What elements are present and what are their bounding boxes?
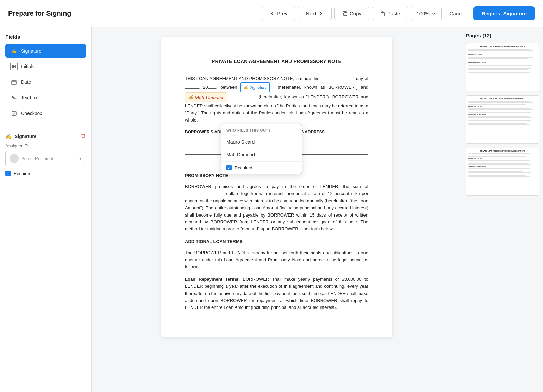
- svg-rect-2: [12, 80, 16, 85]
- signature-filled[interactable]: ✍ Matt Damond: [185, 92, 227, 102]
- cancel-button[interactable]: Cancel: [444, 7, 471, 20]
- main-layout: Fields ✍️ Signature IN Initials Date Aa …: [0, 27, 543, 392]
- document-title: PRIVATE LOAN AGREEMENT AND PROMISSORY NO…: [185, 58, 368, 65]
- sidebar-item-textbox[interactable]: Aa Textbox: [5, 91, 86, 105]
- active-field-icon: ✍️: [5, 133, 12, 139]
- svg-rect-1: [381, 12, 384, 16]
- date-blank: [185, 88, 199, 89]
- prev-icon: [269, 11, 275, 16]
- main-content: PRIVATE LOAN AGREEMENT AND PROMISSORY NO…: [92, 27, 462, 392]
- doc-paragraph-1: THIS LOAN AGREEMENT AND PROMISSORY NOTE,…: [185, 75, 368, 124]
- prev-button[interactable]: Prev: [262, 7, 295, 20]
- popup-footer: ✓ Required: [221, 161, 302, 174]
- pages-title: Pages (12): [466, 33, 539, 38]
- copy-button[interactable]: Copy: [334, 7, 369, 20]
- header: Prepare for Signing Prev Next Copy Paste…: [0, 0, 543, 27]
- textbox-icon: Aa: [10, 94, 18, 101]
- popup-item-matt[interactable]: Matt Damond: [221, 148, 302, 161]
- next-button[interactable]: Next: [298, 7, 332, 20]
- required-row: ✓ Required: [5, 171, 86, 176]
- additional-title: ADDITIONAL LOAN TERMS: [185, 238, 368, 245]
- avatar: [10, 154, 19, 163]
- chevron-down-icon: [432, 12, 436, 16]
- doc-paragraph-4: Loan Repayment Terms: BORROWER shall mak…: [185, 276, 368, 311]
- sidebar-item-date[interactable]: Date: [5, 75, 86, 89]
- page-thumb-2[interactable]: PRIVATE LOAN AGREEMENT AND PROMISSORY NO…: [466, 95, 539, 144]
- assigned-to-label: Assigned To:: [5, 143, 86, 148]
- signature-icon: ✍️: [10, 47, 18, 55]
- sidebar: Fields ✍️ Signature IN Initials Date Aa …: [0, 27, 92, 392]
- paste-icon: [380, 11, 385, 16]
- checkbox-icon: [10, 110, 18, 117]
- popup-item-mauro[interactable]: Mauro Sicard: [221, 135, 302, 148]
- fields-title: Fields: [5, 34, 86, 40]
- header-nav: Prev Next Copy Paste 100% Cancel Request…: [262, 6, 535, 20]
- active-field-header: ✍️ Signature: [5, 133, 86, 140]
- svg-rect-0: [344, 13, 347, 16]
- page-thumb-3[interactable]: PRIVATE LOAN AGREEMENT AND PROMISSORY NO…: [466, 148, 539, 196]
- recipient-placeholder: Select Recipient: [21, 156, 77, 161]
- copy-icon: [342, 11, 348, 16]
- zoom-selector[interactable]: 100%: [411, 7, 441, 20]
- sidebar-item-checkbox[interactable]: Checkbox: [5, 106, 86, 120]
- page-title: Prepare for Signing: [8, 10, 71, 17]
- doc-paragraph-3: The BORROWER and LENDER hereby further s…: [185, 249, 368, 270]
- chevron-down-icon: ▾: [79, 156, 81, 161]
- initials-icon: IN: [10, 63, 18, 70]
- popup-required-checkbox[interactable]: ✓: [226, 165, 232, 170]
- delete-field-button[interactable]: [80, 133, 86, 140]
- doc-paragraph-2: BORROWER promises and agrees to pay to t…: [185, 183, 368, 233]
- required-checkbox[interactable]: ✓: [5, 171, 11, 176]
- date-icon: [10, 78, 18, 86]
- pages-panel: Pages (12) PRIVATE LOAN AGREEMENT AND PR…: [462, 27, 543, 392]
- page-thumb-1[interactable]: PRIVATE LOAN AGREEMENT AND PROMISSORY NO…: [466, 43, 539, 91]
- sidebar-item-initials[interactable]: IN Initials: [5, 59, 86, 74]
- sidebar-divider: [5, 127, 86, 127]
- next-icon: [318, 11, 324, 16]
- sidebar-item-signature[interactable]: ✍️ Signature: [5, 44, 86, 58]
- signature-chip[interactable]: ✍ Signature: [240, 82, 270, 92]
- day-blank: [321, 80, 355, 80]
- recipient-select[interactable]: Select Recipient ▾: [5, 151, 86, 166]
- popup-header: WHO FILLS THIS OUT?: [221, 124, 302, 135]
- request-signature-button[interactable]: Request Signature: [473, 6, 535, 20]
- who-fills-popup: WHO FILLS THIS OUT? Mauro Sicard Matt Da…: [221, 124, 302, 174]
- popup-required-label: Required: [235, 165, 252, 170]
- document: PRIVATE LOAN AGREEMENT AND PROMISSORY NO…: [161, 37, 392, 337]
- paste-button[interactable]: Paste: [372, 7, 408, 20]
